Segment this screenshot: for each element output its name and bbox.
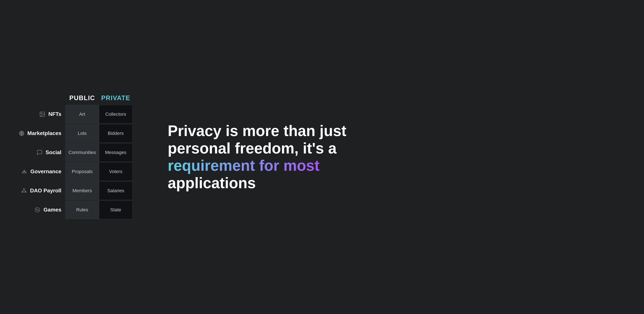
row-label-games: Games bbox=[20, 206, 66, 213]
dao-payroll-public-cell: Members bbox=[66, 182, 99, 200]
table-section: PUBLIC PRIVATE NFTs Art Collectors bbox=[20, 94, 138, 220]
text-section: Privacy is more than just personal freed… bbox=[168, 122, 402, 192]
svg-point-18 bbox=[36, 209, 37, 210]
svg-line-14 bbox=[22, 189, 24, 192]
dao-icon bbox=[21, 187, 27, 194]
table-row-nfts: NFTs Art Collectors bbox=[20, 105, 138, 124]
svg-point-19 bbox=[38, 210, 38, 210]
marketplaces-label: Marketplaces bbox=[27, 130, 62, 136]
headline-highlight: requirement for most bbox=[168, 157, 320, 174]
table-row-marketplaces: Marketplaces Lots Bidders bbox=[20, 124, 138, 142]
row-label-marketplaces: Marketplaces bbox=[20, 130, 66, 137]
nfts-label: NFTs bbox=[48, 111, 62, 117]
games-public-cell: Rules bbox=[66, 200, 99, 219]
svg-point-3 bbox=[24, 170, 25, 171]
row-label-social: Social bbox=[20, 149, 66, 156]
svg-line-7 bbox=[24, 171, 26, 172]
main-container: PUBLIC PRIVATE NFTs Art Collectors bbox=[0, 0, 644, 314]
table-row-dao-payroll: DAO Payroll Members Salaries bbox=[20, 182, 138, 200]
social-public-cell: Communities bbox=[66, 143, 99, 162]
marketplaces-private-cell: Bidders bbox=[99, 124, 132, 142]
governance-private-cell: Voters bbox=[99, 162, 132, 181]
dao-payroll-private-cell: Salaries bbox=[99, 182, 132, 200]
headline-line2: personal freedom, it's a bbox=[168, 140, 336, 157]
governance-icon bbox=[21, 168, 28, 175]
table-row-governance: Governance Proposals Voters bbox=[20, 162, 138, 181]
globe-icon bbox=[18, 130, 25, 137]
games-label: Games bbox=[44, 207, 62, 213]
row-label-governance: Governance bbox=[20, 168, 66, 175]
private-header: PRIVATE bbox=[99, 94, 132, 102]
marketplaces-public-cell: Lots bbox=[66, 124, 99, 142]
headline-line1: Privacy is more than just bbox=[168, 122, 346, 139]
nfts-private-cell: Collectors bbox=[99, 105, 132, 124]
row-label-dao-payroll: DAO Payroll bbox=[20, 187, 66, 194]
nfts-public-cell: Art bbox=[66, 105, 99, 124]
social-private-cell: Messages bbox=[99, 143, 132, 162]
svg-line-15 bbox=[24, 189, 26, 192]
svg-point-5 bbox=[25, 172, 26, 173]
headline-line3: applications bbox=[168, 174, 256, 192]
svg-point-11 bbox=[24, 188, 24, 189]
svg-point-4 bbox=[22, 172, 23, 173]
governance-public-cell: Proposals bbox=[66, 162, 99, 181]
dao-payroll-label: DAO Payroll bbox=[30, 188, 62, 194]
table-row-social: Social Communities Messages bbox=[20, 143, 138, 162]
svg-line-6 bbox=[23, 171, 24, 172]
main-headline: Privacy is more than just personal freed… bbox=[168, 122, 402, 192]
message-icon bbox=[36, 149, 43, 156]
games-private-cell: State bbox=[99, 200, 132, 219]
governance-label: Governance bbox=[30, 168, 62, 174]
games-icon bbox=[34, 206, 41, 213]
table-row-games: Games Rules State bbox=[20, 200, 138, 219]
public-header: PUBLIC bbox=[66, 94, 99, 102]
column-headers: PUBLIC PRIVATE bbox=[66, 94, 138, 102]
svg-point-1 bbox=[41, 113, 42, 114]
row-label-nfts: NFTs bbox=[20, 111, 66, 118]
image-icon bbox=[39, 111, 46, 118]
social-label: Social bbox=[46, 149, 62, 156]
